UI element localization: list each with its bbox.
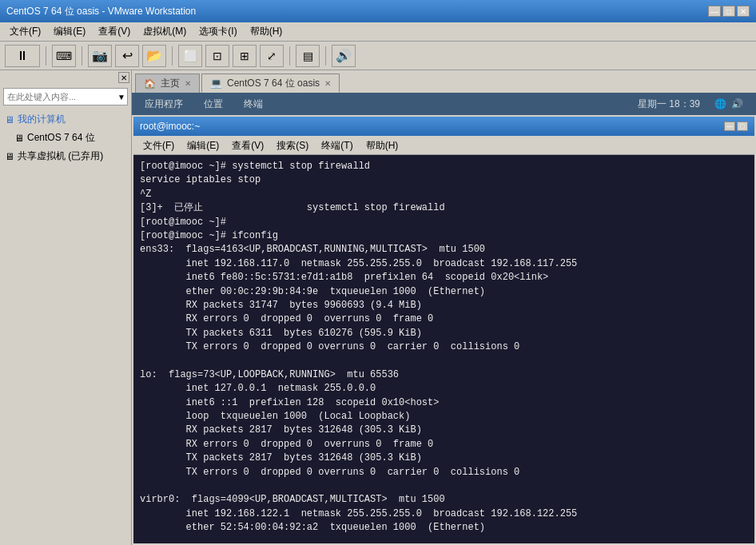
vm-app-bar: 应用程序 位置 终端 星期一 18：39 🌐 🔊 [132, 93, 756, 115]
terminal-menu-bar: 文件(F) 编辑(E) 查看(V) 搜索(S) 终端(T) 帮助(H) [133, 137, 754, 155]
sidebar-search-box[interactable]: ▼ [3, 88, 128, 105]
vm-app-places[interactable]: 位置 [197, 96, 229, 113]
sidebar-my-computer-label: 我的计算机 [18, 113, 66, 126]
tab-home[interactable]: 🏠 主页 ✕ [135, 74, 200, 93]
pause-button[interactable]: ⏸ [5, 45, 40, 67]
centos-tab-icon: 💻 [210, 78, 222, 89]
snapshot-manager-button[interactable]: 📂 [142, 45, 166, 67]
maximize-button[interactable]: □ [722, 6, 735, 17]
stretch-button[interactable]: ⤢ [260, 45, 284, 67]
audio-button[interactable]: 🔊 [332, 45, 356, 67]
window-controls: — □ ✕ [708, 6, 750, 17]
applications-label: 应用程序 [145, 97, 183, 111]
vm-content: 应用程序 位置 终端 星期一 18：39 🌐 🔊 root@imooc:~ [132, 93, 756, 545]
terminal-minimize-button[interactable]: — [724, 121, 735, 131]
sidebar-close-button[interactable]: ✕ [118, 72, 129, 83]
unity-button[interactable]: ⊡ [205, 45, 229, 67]
separator-5 [325, 46, 326, 66]
shared-icon: 🖥 [5, 151, 14, 162]
terminal-output[interactable]: [root@imooc ~]# systemctl stop firewalld… [133, 155, 754, 543]
terminal-menu-terminal[interactable]: 终端(T) [315, 137, 359, 154]
send-ctrl-alt-del-button[interactable]: ⌨ [52, 45, 76, 67]
menu-bar: 文件(F) 编辑(E) 查看(V) 虚拟机(M) 选项卡(I) 帮助(H) [0, 22, 756, 42]
search-dropdown-icon[interactable]: ▼ [117, 93, 125, 101]
full-screen-button[interactable]: ⬜ [178, 45, 202, 67]
terminal-menu-view[interactable]: 查看(V) [225, 137, 270, 154]
menu-view[interactable]: 查看(V) [92, 23, 137, 40]
separator-4 [289, 46, 290, 66]
terminal-label: 终端 [244, 97, 263, 111]
home-tab-icon: 🏠 [144, 78, 156, 90]
terminal-menu-file[interactable]: 文件(F) [137, 137, 181, 154]
snapshot-button[interactable]: 📷 [88, 45, 112, 67]
window-title: CentOS 7 64 位 oasis - VMware Workstation [6, 5, 196, 18]
title-bar: CentOS 7 64 位 oasis - VMware Workstation… [0, 0, 756, 22]
minimize-button[interactable]: — [708, 6, 721, 17]
home-tab-close[interactable]: ✕ [185, 79, 191, 88]
sidebar-item-centos[interactable]: 🖥 CentOS 7 64 位 [3, 129, 128, 147]
terminal-window-controls: — □ [724, 121, 748, 131]
terminal-menu-help[interactable]: 帮助(H) [360, 137, 405, 154]
network-icon: 🌐 [714, 98, 726, 109]
vm-app-applications[interactable]: 应用程序 [138, 96, 189, 113]
centos-tab-label: CentOS 7 64 位 oasis [227, 77, 320, 90]
close-button[interactable]: ✕ [737, 6, 750, 17]
places-label: 位置 [204, 97, 223, 111]
toolbar: ⏸ ⌨ 📷 ↩ 📂 ⬜ ⊡ ⊞ ⤢ ▤ 🔊 [0, 42, 756, 70]
view-button[interactable]: ⊞ [233, 45, 257, 67]
content-area: 🏠 主页 ✕ 💻 CentOS 7 64 位 oasis ✕ 应用程序 位置 [132, 70, 756, 545]
terminal-menu-search[interactable]: 搜索(S) [270, 137, 315, 154]
terminal-menu-edit[interactable]: 编辑(E) [181, 137, 225, 154]
sidebar-centos-label: CentOS 7 64 位 [27, 131, 95, 145]
sidebar: ✕ ▼ 🖥 我的计算机 🖥 CentOS 7 64 位 🖥 共享虚拟机 (已弃用… [0, 70, 132, 545]
main-container: ✕ ▼ 🖥 我的计算机 🖥 CentOS 7 64 位 🖥 共享虚拟机 (已弃用… [0, 70, 756, 545]
revert-button[interactable]: ↩ [115, 45, 139, 67]
tabs-bar: 🏠 主页 ✕ 💻 CentOS 7 64 位 oasis ✕ [132, 70, 756, 93]
separator-1 [46, 46, 46, 66]
console-button[interactable]: ▤ [296, 45, 320, 67]
clock-time: 星期一 18：39 [638, 98, 700, 109]
terminal-title-bar: root@imooc:~ — □ [133, 117, 754, 136]
volume-icon: 🔊 [731, 98, 743, 109]
terminal-title: root@imooc:~ [140, 121, 200, 132]
terminal-maximize-button[interactable]: □ [737, 121, 748, 131]
vm-icon: 🖥 [14, 133, 24, 144]
sidebar-search-input[interactable] [7, 92, 117, 101]
menu-help[interactable]: 帮助(H) [244, 23, 289, 40]
sidebar-item-shared[interactable]: 🖥 共享虚拟机 (已弃用) [3, 147, 128, 165]
menu-tabs[interactable]: 选项卡(I) [193, 23, 243, 40]
sidebar-shared-label: 共享虚拟机 (已弃用) [18, 149, 103, 163]
menu-file[interactable]: 文件(F) [3, 23, 47, 40]
computer-icon: 🖥 [5, 114, 14, 125]
tab-centos[interactable]: 💻 CentOS 7 64 位 oasis ✕ [201, 74, 340, 93]
vm-app-terminal[interactable]: 终端 [237, 96, 269, 113]
separator-2 [82, 46, 82, 66]
vm-clock: 星期一 18：39 [638, 97, 700, 111]
menu-edit[interactable]: 编辑(E) [47, 23, 92, 40]
sidebar-item-my-computer[interactable]: 🖥 我的计算机 [3, 110, 128, 129]
vm-tray: 🌐 🔊 [708, 98, 750, 109]
menu-vm[interactable]: 虚拟机(M) [137, 23, 193, 40]
separator-3 [172, 46, 173, 66]
home-tab-label: 主页 [161, 77, 180, 90]
centos-tab-close[interactable]: ✕ [324, 79, 331, 88]
